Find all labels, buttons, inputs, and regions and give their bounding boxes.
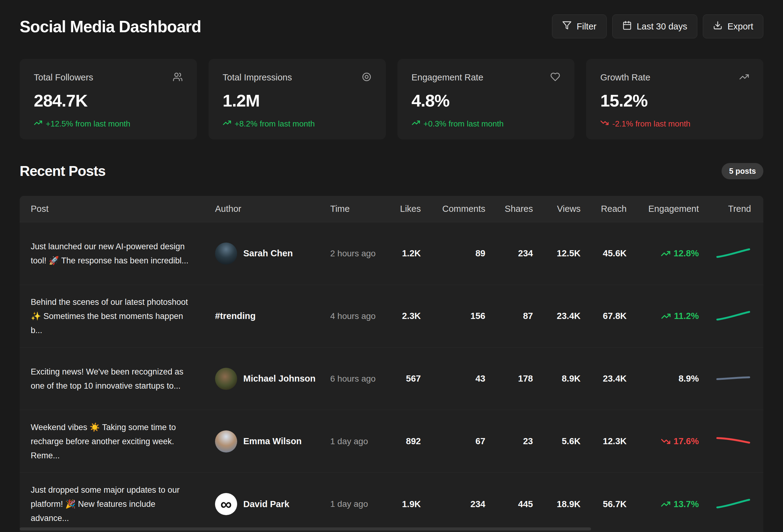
calendar-icon — [622, 21, 632, 32]
comments-value: 43 — [421, 374, 486, 384]
column-header-views: Views — [533, 204, 581, 214]
table-row: Just launched our new AI-powered design … — [20, 222, 763, 285]
post-text: Just launched our new AI-powered design … — [31, 239, 198, 268]
column-header-likes: Likes — [381, 204, 421, 214]
author-name: Emma Wilson — [243, 436, 302, 446]
filter-button[interactable]: Filter — [552, 14, 606, 38]
post-time: 1 day ago — [330, 499, 381, 509]
download-icon — [713, 21, 722, 32]
table-row: Just dropped some major updates to our p… — [20, 473, 763, 532]
shares-value: 87 — [486, 311, 533, 321]
toolbar: Filter Last 30 days Export — [552, 14, 763, 38]
avatar — [215, 430, 237, 453]
engagement-value: 13.7% — [674, 499, 699, 509]
trend-sparkline — [699, 372, 751, 386]
topbar: Social Media Dashboard Filter Last 30 da… — [20, 13, 763, 39]
dashboard-page: Social Media Dashboard Filter Last 30 da… — [0, 0, 783, 532]
engagement-cell: 13.7% — [627, 499, 699, 509]
author-name: Sarah Chen — [243, 248, 293, 259]
stat-delta: -2.1% from last month — [600, 119, 749, 129]
stat-value: 1.2M — [223, 91, 372, 110]
post-count-badge[interactable]: 5 posts — [722, 163, 763, 179]
trending-up-icon — [223, 119, 231, 129]
shares-value: 234 — [486, 248, 533, 259]
author-cell: #trending — [215, 311, 330, 321]
views-value: 12.5K — [533, 248, 581, 259]
stat-card-growth-rate: Growth Rate 15.2% -2.1% from last month — [586, 59, 763, 139]
reach-value: 12.3K — [581, 436, 627, 446]
views-value: 5.6K — [533, 436, 581, 446]
stat-delta: +12.5% from last month — [34, 119, 183, 129]
likes-value: 892 — [381, 436, 421, 446]
stat-cards: Total Followers 284.7K +12.5% from last … — [20, 59, 763, 139]
stat-label: Growth Rate — [600, 72, 650, 82]
users-icon — [173, 72, 183, 83]
shares-value: 445 — [486, 499, 533, 509]
column-header-comments: Comments — [421, 204, 486, 214]
stat-value: 15.2% — [600, 91, 749, 110]
reach-value: 45.6K — [581, 248, 627, 259]
post-time: 1 day ago — [330, 436, 381, 446]
engagement-cell: 17.6% — [627, 436, 699, 446]
likes-value: 1.2K — [381, 248, 421, 259]
date-range-label: Last 30 days — [637, 22, 687, 32]
date-range-button[interactable]: Last 30 days — [612, 14, 697, 38]
table-body: Just launched our new AI-powered design … — [20, 222, 763, 532]
author-name: #trending — [215, 311, 256, 321]
likes-value: 567 — [381, 374, 421, 384]
trending-down-icon — [661, 436, 670, 446]
author-cell: ∞ David Park — [215, 493, 330, 515]
recent-posts-title: Recent Posts — [20, 163, 105, 179]
trending-up-icon — [661, 311, 671, 321]
column-header-shares: Shares — [486, 204, 533, 214]
export-button[interactable]: Export — [703, 14, 763, 38]
filter-icon — [562, 21, 572, 32]
trending-up-icon — [661, 499, 670, 509]
trend-sparkline — [699, 246, 751, 261]
posts-table: Post Author Time Likes Comments Shares V… — [20, 196, 763, 532]
post-text: Weekend vibes ☀️ Taking some time to rec… — [31, 420, 198, 463]
stat-label: Engagement Rate — [412, 72, 483, 82]
trend-sparkline — [699, 309, 751, 323]
engagement-cell: 11.2% — [627, 311, 699, 321]
comments-value: 234 — [421, 499, 486, 509]
column-header-engagement: Engagement — [627, 204, 699, 214]
engagement-value: 11.2% — [674, 311, 699, 321]
stat-delta-text: -2.1% from last month — [612, 119, 690, 129]
author-cell: Emma Wilson — [215, 430, 330, 453]
reach-value: 56.7K — [581, 499, 627, 509]
avatar — [215, 368, 237, 390]
table-row: Behind the scenes of our latest photosho… — [20, 285, 763, 347]
avatar — [215, 242, 237, 265]
shares-value: 23 — [486, 436, 533, 446]
engagement-cell: 8.9% — [627, 374, 699, 384]
trending-up-icon — [661, 248, 670, 259]
author-cell: Sarah Chen — [215, 242, 330, 265]
column-header-reach: Reach — [581, 204, 627, 214]
author-cell: Michael Johnson — [215, 368, 330, 390]
stat-value: 284.7K — [34, 91, 183, 110]
post-text: Just dropped some major updates to our p… — [31, 483, 198, 525]
avatar: ∞ — [215, 493, 237, 515]
export-button-label: Export — [727, 22, 753, 32]
comments-value: 67 — [421, 436, 486, 446]
eye-icon — [362, 72, 372, 83]
engagement-value: 8.9% — [679, 374, 699, 384]
likes-value: 2.3K — [381, 311, 421, 321]
trending-up-icon — [34, 119, 42, 129]
table-row: Exciting news! We've been recognized as … — [20, 347, 763, 410]
trend-sparkline — [699, 497, 751, 511]
trending-up-icon — [412, 119, 420, 129]
likes-value: 1.9K — [381, 499, 421, 509]
heart-icon — [550, 72, 560, 83]
comments-value: 156 — [421, 311, 486, 321]
table-header-row: Post Author Time Likes Comments Shares V… — [20, 196, 763, 222]
trending-up-icon — [739, 72, 749, 83]
column-header-time: Time — [330, 204, 381, 214]
column-header-trend: Trend — [699, 204, 751, 214]
page-title: Social Media Dashboard — [20, 17, 201, 36]
post-time: 6 hours ago — [330, 374, 381, 384]
shares-value: 178 — [486, 374, 533, 384]
horizontal-scrollbar[interactable] — [20, 527, 591, 530]
stat-delta-text: +12.5% from last month — [46, 119, 130, 129]
